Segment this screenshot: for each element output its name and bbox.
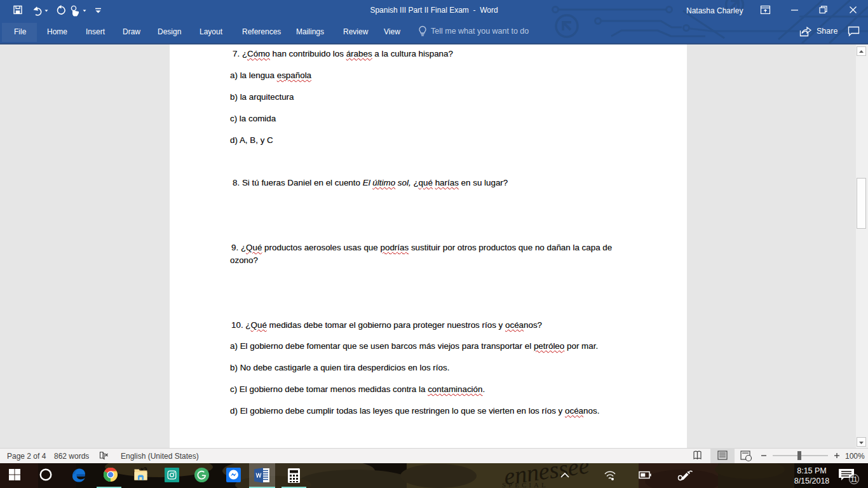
svg-text:11: 11: [851, 476, 858, 483]
